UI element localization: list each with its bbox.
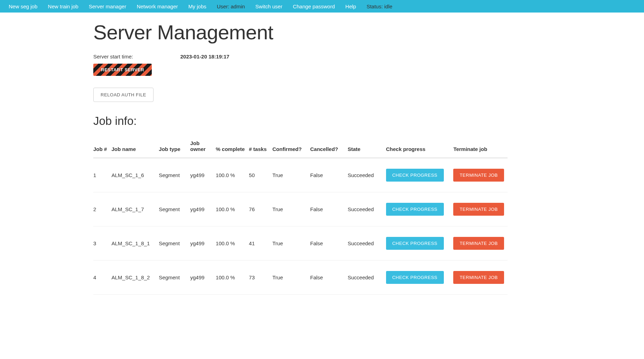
cell-job-name: ALM_SC_1_8_1 — [111, 226, 159, 261]
cell-terminate: TERMINATE JOB — [453, 226, 508, 261]
check-progress-button[interactable]: CHECK PROGRESS — [386, 271, 444, 284]
job-info-heading: Job info: — [93, 114, 508, 128]
nav-my-jobs[interactable]: My jobs — [183, 0, 212, 13]
cell-job-num: 4 — [93, 261, 111, 295]
cell-job-name: ALM_SC_1_6 — [111, 158, 159, 192]
cell-pct-complete: 100.0 % — [216, 158, 249, 192]
cell-job-name: ALM_SC_1_8_2 — [111, 261, 159, 295]
table-row: 1ALM_SC_1_6Segmentyg499100.0 %50TrueFals… — [93, 158, 508, 192]
th-terminate-job: Terminate job — [453, 135, 508, 158]
cell-job-type: Segment — [159, 192, 190, 226]
cell-check: CHECK PROGRESS — [386, 261, 454, 295]
cell-state: Succeeded — [348, 158, 386, 192]
th-pct-complete: % complete — [216, 135, 249, 158]
cell-state: Succeeded — [348, 192, 386, 226]
table-row: 2ALM_SC_1_7Segmentyg499100.0 %76TrueFals… — [93, 192, 508, 226]
terminate-job-button[interactable]: TERMINATE JOB — [453, 169, 504, 182]
cell-job-owner: yg499 — [190, 261, 215, 295]
restart-server-button[interactable]: RESTART SERVER — [93, 64, 152, 76]
cell-job-num: 1 — [93, 158, 111, 192]
cell-state: Succeeded — [348, 261, 386, 295]
page-title: Server Management — [93, 21, 508, 44]
cell-cancelled: False — [310, 192, 348, 226]
cell-confirmed: True — [273, 192, 311, 226]
nav-new-seg-job[interactable]: New seg job — [3, 0, 43, 13]
cell-num-tasks: 73 — [249, 261, 272, 295]
cell-cancelled: False — [310, 226, 348, 261]
th-num-tasks: # tasks — [249, 135, 272, 158]
th-confirmed: Confirmed? — [273, 135, 311, 158]
cell-state: Succeeded — [348, 226, 386, 261]
table-row: 4ALM_SC_1_8_2Segmentyg499100.0 %73TrueFa… — [93, 261, 508, 295]
cell-check: CHECK PROGRESS — [386, 226, 454, 261]
terminate-job-button[interactable]: TERMINATE JOB — [453, 271, 504, 284]
cell-pct-complete: 100.0 % — [216, 192, 249, 226]
cell-pct-complete: 100.0 % — [216, 226, 249, 261]
terminate-job-button[interactable]: TERMINATE JOB — [453, 237, 504, 250]
th-check-progress: Check progress — [386, 135, 454, 158]
server-start-value: 2023-01-20 18:19:17 — [180, 54, 229, 59]
top-navbar: New seg job New train job Server manager… — [0, 0, 644, 13]
server-start-label: Server start time: — [93, 54, 180, 59]
table-row: 3ALM_SC_1_8_1Segmentyg499100.0 %41TrueFa… — [93, 226, 508, 261]
check-progress-button[interactable]: CHECK PROGRESS — [386, 237, 444, 250]
cell-terminate: TERMINATE JOB — [453, 261, 508, 295]
nav-server-manager[interactable]: Server manager — [84, 0, 132, 13]
cell-job-owner: yg499 — [190, 192, 215, 226]
check-progress-button[interactable]: CHECK PROGRESS — [386, 169, 444, 182]
cell-confirmed: True — [273, 226, 311, 261]
th-job-name: Job name — [111, 135, 159, 158]
cell-confirmed: True — [273, 158, 311, 192]
nav-new-train-job[interactable]: New train job — [43, 0, 84, 13]
cell-num-tasks: 41 — [249, 226, 272, 261]
reload-auth-file-button[interactable]: RELOAD AUTH FILE — [93, 88, 154, 102]
cell-num-tasks: 50 — [249, 158, 272, 192]
cell-check: CHECK PROGRESS — [386, 192, 454, 226]
nav-network-manager[interactable]: Network manager — [132, 0, 183, 13]
nav-change-password[interactable]: Change password — [288, 0, 340, 13]
cell-terminate: TERMINATE JOB — [453, 192, 508, 226]
th-job-type: Job type — [159, 135, 190, 158]
cell-terminate: TERMINATE JOB — [453, 158, 508, 192]
cell-job-num: 2 — [93, 192, 111, 226]
terminate-job-button[interactable]: TERMINATE JOB — [453, 203, 504, 216]
cell-job-type: Segment — [159, 261, 190, 295]
cell-num-tasks: 76 — [249, 192, 272, 226]
cell-job-name: ALM_SC_1_7 — [111, 192, 159, 226]
job-table: Job # Job name Job type Job owner % comp… — [93, 135, 508, 295]
table-header-row: Job # Job name Job type Job owner % comp… — [93, 135, 508, 158]
cell-check: CHECK PROGRESS — [386, 158, 454, 192]
cell-job-type: Segment — [159, 158, 190, 192]
cell-job-owner: yg499 — [190, 158, 215, 192]
th-job-num: Job # — [93, 135, 111, 158]
th-job-owner: Job owner — [190, 135, 215, 158]
cell-cancelled: False — [310, 261, 348, 295]
cell-cancelled: False — [310, 158, 348, 192]
th-cancelled: Cancelled? — [310, 135, 348, 158]
nav-switch-user[interactable]: Switch user — [250, 0, 288, 13]
nav-help[interactable]: Help — [340, 0, 361, 13]
cell-job-type: Segment — [159, 226, 190, 261]
server-start-row: Server start time: 2023-01-20 18:19:17 — [93, 54, 508, 59]
cell-job-owner: yg499 — [190, 226, 215, 261]
cell-job-num: 3 — [93, 226, 111, 261]
main-container: Server Management Server start time: 202… — [93, 13, 508, 295]
nav-status-label: Status: idle — [361, 0, 398, 13]
check-progress-button[interactable]: CHECK PROGRESS — [386, 203, 444, 216]
th-state: State — [348, 135, 386, 158]
nav-user-label: User: admin — [212, 0, 250, 13]
cell-confirmed: True — [273, 261, 311, 295]
cell-pct-complete: 100.0 % — [216, 261, 249, 295]
